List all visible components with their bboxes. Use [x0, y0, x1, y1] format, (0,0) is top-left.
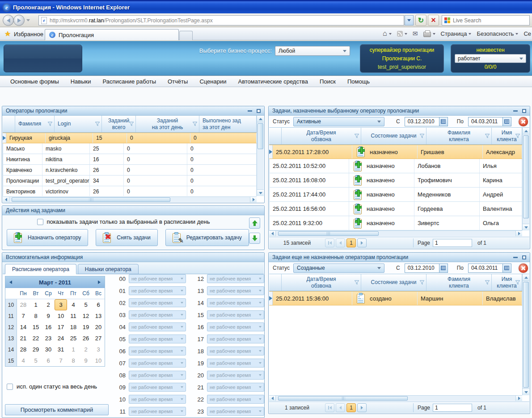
- maximize-icon[interactable]: [522, 109, 526, 113]
- calendar-day[interactable]: 13: [92, 310, 105, 322]
- calendar-day[interactable]: 23: [42, 333, 55, 344]
- calendar-day[interactable]: 11: [67, 310, 80, 322]
- calendar-day[interactable]: 25: [67, 333, 80, 344]
- task-row[interactable]: 25.02.2011 9:32:00 назначено Зивертс Оль…: [269, 216, 522, 230]
- calendar-day[interactable]: 6: [92, 299, 105, 310]
- edit-task-button[interactable]: ✎ Редактировать задачу: [165, 229, 249, 246]
- next-page-button[interactable]: [357, 403, 367, 412]
- calendar-day[interactable]: 30: [42, 344, 55, 355]
- slot-status-select[interactable]: не рабочее время: [129, 310, 186, 319]
- minimize-icon[interactable]: [513, 257, 518, 258]
- slot-status-select[interactable]: не рабочее время: [129, 286, 186, 295]
- clear-filter-button[interactable]: [519, 263, 528, 273]
- calendar-day[interactable]: 3: [92, 344, 105, 355]
- date-to-input[interactable]: 04.03.2011: [468, 117, 511, 126]
- minimize-icon[interactable]: [513, 110, 518, 112]
- scroll-up-button[interactable]: [523, 274, 529, 281]
- calendar-day[interactable]: 18: [67, 322, 80, 333]
- status-select[interactable]: Активные: [293, 117, 384, 126]
- scroll-left-button[interactable]: [3, 197, 9, 202]
- date-to-input[interactable]: 04.03.2011: [468, 263, 511, 273]
- calendar-day[interactable]: 10: [92, 355, 105, 366]
- agent-status-select[interactable]: работает: [455, 54, 526, 63]
- task-row[interactable]: 25.02.2011 15:36:00 создано Маршин Влади…: [269, 291, 522, 305]
- slot-status-select[interactable]: не рабочее время: [207, 298, 264, 307]
- one-status-checkbox[interactable]: [7, 384, 13, 390]
- menu-main-forms[interactable]: Основные формы: [4, 76, 65, 87]
- page-number-input[interactable]: [433, 239, 472, 247]
- recent-pages-dropdown[interactable]: [26, 19, 30, 21]
- menu-search[interactable]: Поиск: [314, 76, 342, 87]
- calendar-day[interactable]: 17: [55, 322, 67, 333]
- tab-operator-schedule[interactable]: Расписание оператора: [5, 264, 76, 274]
- scrollbar-thumb[interactable]: [12, 197, 170, 202]
- column-task-state[interactable]: Состояние задачи: [361, 274, 426, 291]
- vertical-scrollbar[interactable]: [522, 128, 529, 230]
- refresh-button[interactable]: ↻: [415, 15, 426, 26]
- mail-button[interactable]: ✉: [413, 30, 418, 37]
- calendar-day[interactable]: 27: [92, 333, 105, 344]
- calendar-picker-button[interactable]: [439, 117, 448, 126]
- menu-work-schedule[interactable]: Расписание работы: [97, 76, 162, 87]
- column-done-day[interactable]: Выполнено задза этот ден: [199, 116, 257, 132]
- slot-status-select[interactable]: не рабочее время: [207, 334, 264, 343]
- first-page-button[interactable]: [325, 238, 334, 247]
- operator-row[interactable]: Масько masko 25 0 0: [3, 143, 257, 154]
- slot-status-select[interactable]: не рабочее время: [207, 383, 264, 392]
- operator-row[interactable]: Кравченко n.kravchenko 26 0 0: [3, 165, 257, 176]
- business-process-select[interactable]: Любой: [275, 46, 350, 56]
- favorites-star-icon[interactable]: ★: [4, 29, 11, 38]
- calendar-day[interactable]: 7: [55, 355, 67, 366]
- column-call-datetime[interactable]: Дата/Времяобзвона: [282, 128, 361, 144]
- column-client-name[interactable]: Имяклиента: [492, 128, 522, 144]
- calendar-day[interactable]: 1: [67, 344, 80, 355]
- calendar-day[interactable]: 20: [92, 322, 105, 333]
- calendar-day[interactable]: 7: [17, 310, 30, 322]
- calendar-day[interactable]: 5: [30, 355, 42, 366]
- column-login[interactable]: Login: [55, 116, 102, 132]
- calendar-day[interactable]: 26: [80, 333, 92, 344]
- task-row[interactable]: 25.02.2011 17:28:00 назначено Гришаев Ал…: [269, 145, 522, 159]
- calendar-day[interactable]: 15: [30, 322, 42, 333]
- slot-status-select[interactable]: не рабочее время: [207, 359, 264, 368]
- status-select[interactable]: Созданные: [293, 263, 384, 273]
- menu-skills[interactable]: Навыки: [65, 76, 97, 87]
- filter-icon[interactable]: [192, 121, 198, 127]
- remove-tasks-button[interactable]: Снять задачи: [96, 229, 157, 246]
- scroll-left-button[interactable]: [269, 396, 276, 401]
- page-number-input[interactable]: [433, 404, 472, 412]
- slot-status-select[interactable]: не рабочее время: [129, 371, 186, 380]
- column-client-surname[interactable]: Фамилияклиента: [426, 128, 492, 144]
- scroll-down-button[interactable]: [523, 224, 529, 230]
- scrollbar-thumb[interactable]: [523, 135, 529, 218]
- view-comment-button[interactable]: Просмотреть комментарий: [5, 404, 109, 415]
- calendar-day[interactable]: 4: [67, 299, 80, 310]
- menu-automatic-tools[interactable]: Автоматические средства: [232, 76, 313, 87]
- calendar-day[interactable]: 29: [30, 344, 42, 355]
- calendar-day[interactable]: 6: [42, 355, 55, 366]
- filter-icon[interactable]: [485, 134, 490, 139]
- maximize-icon[interactable]: [257, 109, 261, 113]
- horizontal-scrollbar[interactable]: [269, 395, 522, 401]
- maximize-icon[interactable]: [522, 255, 526, 259]
- scrollbar-thumb[interactable]: [523, 282, 529, 388]
- calendar-day[interactable]: 19: [80, 322, 92, 333]
- scroll-up-button[interactable]: [257, 116, 264, 122]
- slot-status-select[interactable]: не рабочее время: [207, 274, 264, 283]
- filter-icon[interactable]: [354, 280, 359, 285]
- scrollbar-thumb[interactable]: [258, 123, 263, 149]
- slot-status-select[interactable]: не рабочее время: [207, 407, 264, 416]
- task-row[interactable]: 25.02.2011 16:56:00 назначено Гордеева В…: [269, 202, 522, 216]
- slot-status-select[interactable]: не рабочее время: [129, 407, 186, 416]
- prev-page-button[interactable]: [336, 238, 345, 247]
- filter-icon[interactable]: [515, 134, 520, 139]
- operator-row[interactable]: Никитина nikitina 16 0 0: [3, 154, 257, 165]
- slot-status-select[interactable]: не рабочее время: [207, 347, 264, 355]
- slot-status-select[interactable]: не рабочее время: [129, 298, 186, 307]
- tab-operator-skills[interactable]: Навыки оператора: [78, 264, 139, 274]
- column-client-name[interactable]: Имяклиента: [492, 274, 522, 291]
- filter-icon[interactable]: [419, 280, 425, 285]
- calendar-day[interactable]: 14: [17, 322, 30, 333]
- vertical-scrollbar[interactable]: [522, 274, 529, 395]
- clear-filter-button[interactable]: [519, 117, 528, 126]
